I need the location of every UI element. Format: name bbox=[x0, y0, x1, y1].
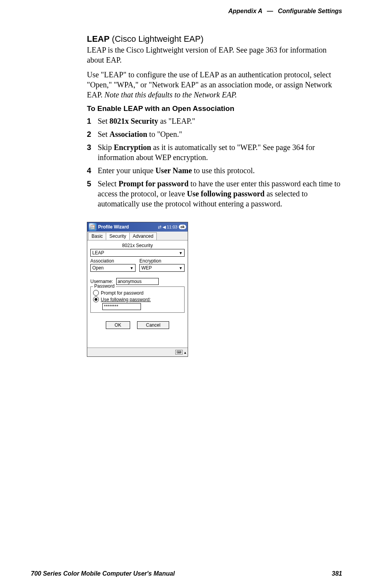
tab-advanced[interactable]: Advanced bbox=[129, 232, 157, 240]
security-label: 8021x Security bbox=[90, 243, 185, 248]
encryption-dropdown[interactable]: WEP ▼ bbox=[139, 264, 185, 272]
keyboard-icon[interactable]: ⌨ bbox=[175, 350, 183, 355]
radio-label: Prompt for password bbox=[101, 290, 144, 296]
bottom-bar: ⌨ ▴ bbox=[87, 348, 188, 356]
tab-basic[interactable]: Basic bbox=[88, 232, 106, 240]
password-legend: Password bbox=[93, 283, 116, 289]
radio-icon bbox=[93, 297, 99, 302]
step-list: 1 Set 8021x Security as "LEAP." 2 Set As… bbox=[87, 116, 342, 209]
step-text: Set 8021x Security as "LEAP." bbox=[98, 116, 342, 126]
tab-strip: Basic Security Advanced bbox=[87, 232, 188, 240]
encryption-label: Encryption bbox=[139, 258, 185, 264]
manual-title: 700 Series Color Mobile Computer User's … bbox=[31, 570, 175, 577]
step-number: 4 bbox=[87, 165, 95, 176]
username-value: anonymous bbox=[118, 279, 142, 284]
clock: 11:03 bbox=[167, 225, 178, 229]
step-2: 2 Set Association to "Open." bbox=[87, 129, 342, 139]
username-input[interactable]: anonymous bbox=[116, 278, 159, 285]
password-value: ******** bbox=[104, 304, 118, 309]
security-dropdown[interactable]: LEAP ▼ bbox=[90, 249, 185, 257]
step-4: 4 Enter your unique User Name to use thi… bbox=[87, 165, 342, 176]
step-text: Set Association to "Open." bbox=[98, 129, 342, 139]
header-title: Configurable Settings bbox=[278, 8, 342, 14]
step-number: 1 bbox=[87, 116, 95, 126]
appendix-label: Appendix A bbox=[228, 8, 262, 14]
encryption-value: WEP bbox=[141, 265, 152, 271]
step-number: 2 bbox=[87, 129, 95, 139]
radio-icon bbox=[93, 290, 99, 296]
paragraph-1: LEAP is the Cisco Lightweight version of… bbox=[87, 45, 342, 65]
password-input[interactable]: ******** bbox=[102, 303, 141, 310]
status-icons: ⇄ ◀ 11:03 bbox=[158, 225, 178, 230]
step-text: Enter your unique User Name to use this … bbox=[98, 165, 342, 176]
tab-content: 8021x Security LEAP ▼ Association Open ▼ bbox=[87, 240, 188, 348]
tab-security[interactable]: Security bbox=[106, 232, 129, 240]
ok-close-button[interactable]: ok bbox=[179, 225, 186, 229]
start-icon[interactable]: 🪟 bbox=[89, 223, 97, 231]
connectivity-icon: ⇄ bbox=[158, 225, 161, 230]
ok-button[interactable]: OK bbox=[106, 321, 130, 329]
title-rest: (Cisco Lightweight EAP) bbox=[110, 34, 203, 44]
chevron-down-icon: ▼ bbox=[178, 251, 183, 255]
up-arrow-icon[interactable]: ▴ bbox=[184, 350, 186, 355]
embedded-screenshot: 🪟 Profile Wizard ⇄ ◀ 11:03 ok Basic Secu… bbox=[87, 222, 342, 357]
step-5: 5 Select Prompt for password to have the… bbox=[87, 179, 342, 209]
radio-label: Use following password: bbox=[101, 297, 151, 302]
para2-italic: Note that this defaults to the Network E… bbox=[105, 90, 237, 99]
window-title: Profile Wizard bbox=[98, 224, 158, 230]
radio-prompt-password[interactable]: Prompt for password bbox=[93, 290, 182, 296]
association-dropdown[interactable]: Open ▼ bbox=[90, 264, 136, 272]
page-header: Appendix A — Configurable Settings bbox=[31, 8, 342, 15]
step-text: Skip Encryption as it is automatically s… bbox=[98, 142, 342, 162]
subheading: To Enable LEAP with an Open Association bbox=[87, 104, 342, 113]
step-1: 1 Set 8021x Security as "LEAP." bbox=[87, 116, 342, 126]
step-number: 3 bbox=[87, 142, 95, 152]
page-footer: 700 Series Color Mobile Computer User's … bbox=[31, 570, 342, 577]
chevron-down-icon: ▼ bbox=[129, 266, 134, 270]
paragraph-2: Use "LEAP" to configure the use of LEAP … bbox=[87, 70, 342, 100]
radio-use-following[interactable]: Use following password: bbox=[93, 297, 182, 302]
header-dash: — bbox=[267, 8, 273, 14]
chevron-down-icon: ▼ bbox=[178, 266, 183, 270]
step-number: 5 bbox=[87, 179, 95, 189]
title-bold: LEAP bbox=[87, 34, 110, 44]
security-value: LEAP bbox=[92, 250, 104, 256]
password-fieldset: Password Prompt for password Use followi… bbox=[90, 286, 185, 313]
association-value: Open bbox=[92, 265, 103, 271]
cancel-button[interactable]: Cancel bbox=[137, 321, 169, 329]
page-number: 381 bbox=[332, 570, 342, 577]
association-label: Association bbox=[90, 258, 136, 264]
speaker-icon: ◀ bbox=[163, 225, 166, 230]
section-title: LEAP (Cisco Lightweight EAP) bbox=[87, 34, 342, 44]
step-3: 3 Skip Encryption as it is automatically… bbox=[87, 142, 342, 162]
step-text: Select Prompt for password to have the u… bbox=[98, 179, 342, 209]
titlebar: 🪟 Profile Wizard ⇄ ◀ 11:03 ok bbox=[87, 222, 188, 232]
